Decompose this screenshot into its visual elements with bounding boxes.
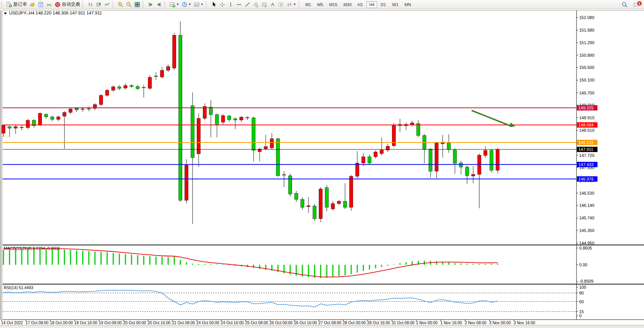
- equidistant-channel-button[interactable]: E: [252, 1, 260, 8]
- time-axis-label[interactable]: 27 Oct 08:00: [318, 320, 341, 325]
- line-chart-button[interactable]: [103, 1, 111, 8]
- toolbar-grip: [1, 2, 3, 8]
- price-tick-label: 150.500: [579, 65, 594, 70]
- metaeditor-button[interactable]: [28, 1, 37, 8]
- bar-chart-button[interactable]: [86, 1, 95, 8]
- time-axis-label[interactable]: 28 Oct 00:00: [343, 320, 366, 325]
- candle-body: [270, 139, 274, 148]
- time-axis-label[interactable]: 18 Oct 00:00: [50, 320, 73, 325]
- time-axis-label[interactable]: 20 Oct 00:00: [123, 320, 146, 325]
- candle-body: [228, 116, 231, 120]
- time-axis-label[interactable]: 1 Nov 00:00: [416, 320, 438, 325]
- time-axis-label[interactable]: 28 Oct 16:00: [367, 320, 390, 325]
- time-axis-label[interactable]: 19 Oct 08:00: [99, 320, 122, 325]
- timeframe-button-M1[interactable]: M1: [303, 1, 314, 8]
- templates-button[interactable]: ▼: [193, 1, 205, 8]
- crosshair-button[interactable]: [218, 1, 226, 8]
- periods-button[interactable]: ▼: [180, 1, 193, 8]
- time-axis-label[interactable]: 24 Oct 00:00: [196, 320, 219, 325]
- new-chart-button[interactable]: ▼: [168, 1, 180, 8]
- time-axis-label[interactable]: 3 Nov 00:00: [489, 320, 511, 325]
- toolbar-grip: [206, 2, 208, 8]
- candle-body: [161, 70, 164, 77]
- time-axis-label[interactable]: 24 Oct 16:00: [221, 320, 244, 325]
- symbol-dropdown-icon[interactable]: [4, 13, 7, 14]
- time-axis-label[interactable]: 25 Oct 08:00: [245, 320, 268, 325]
- svg-text:T: T: [280, 3, 282, 6]
- timeframe-button-MN[interactable]: MN: [402, 1, 414, 8]
- candle-body: [447, 143, 451, 149]
- chevron-down-icon[interactable]: ▼: [201, 3, 204, 6]
- macd-tick-label: 0.00: [579, 262, 587, 267]
- text-label-button[interactable]: T: [277, 1, 285, 8]
- cursor-icon: [213, 2, 216, 7]
- rsi-tick-label: 50: [579, 299, 584, 304]
- trend-arrow[interactable]: [472, 110, 512, 126]
- timeframe-button-H4[interactable]: H4: [366, 1, 377, 8]
- zoom-out-icon: [127, 2, 131, 7]
- candle-body: [283, 175, 286, 175]
- price-tick-label: 147.720: [579, 153, 594, 158]
- zoom-out-button[interactable]: [125, 1, 133, 8]
- horizontal-line-button[interactable]: [235, 1, 243, 8]
- templates-icon: [194, 3, 199, 6]
- zoom-in-button[interactable]: [116, 1, 125, 8]
- candle-body: [100, 95, 103, 104]
- timeframe-button-M5[interactable]: M5: [315, 1, 326, 8]
- candle-body: [411, 123, 414, 125]
- price-level-badge-label: 148.131: [578, 140, 594, 145]
- autotrading-button[interactable]: 自动交易: [53, 1, 81, 8]
- arrows-icon: [287, 3, 291, 6]
- text-button[interactable]: A: [268, 1, 277, 8]
- candle-body: [136, 86, 140, 89]
- toolbar-grip: [82, 2, 85, 8]
- price-tick-label: 145.350: [579, 228, 594, 233]
- candle-body: [325, 188, 329, 207]
- candle-body: [429, 149, 432, 171]
- new-order-button[interactable]: 新订单: [5, 1, 28, 8]
- chevron-down-icon[interactable]: ▼: [188, 3, 191, 6]
- time-axis-label[interactable]: 1 Nov 16:00: [440, 320, 462, 325]
- time-axis-label[interactable]: 20 Oct 16:00: [148, 320, 170, 325]
- timeframe-button-W1[interactable]: W1: [389, 1, 401, 8]
- toolbar-grip: [299, 2, 301, 8]
- notifications-button[interactable]: 1: [632, 1, 640, 8]
- chevron-down-icon[interactable]: ▼: [176, 3, 179, 6]
- time-axis-label[interactable]: 3 Nov 16:00: [514, 320, 535, 325]
- time-axis-label[interactable]: 26 Oct 00:00: [270, 320, 292, 325]
- time-axis-label[interactable]: 21 Oct 08:00: [172, 320, 195, 325]
- timeframe-button-H1[interactable]: H1: [355, 1, 366, 8]
- time-axis-label[interactable]: 2 Nov 08:00: [465, 320, 487, 325]
- candle-body: [191, 106, 194, 158]
- chevron-down-icon[interactable]: ▼: [293, 3, 296, 6]
- time-axis-label[interactable]: 26 Oct 16:00: [294, 320, 317, 325]
- time-axis-label[interactable]: 18 Oct 16:00: [74, 320, 97, 325]
- fibonacci-button[interactable]: F: [260, 1, 268, 8]
- time-axis-label[interactable]: 14 Oct 2022: [1, 320, 23, 325]
- price-chart-canvas[interactable]: 152.080151.680151.290150.890150.500150.1…: [0, 9, 644, 325]
- vertical-line-button[interactable]: [226, 1, 235, 8]
- candle-body: [51, 117, 54, 120]
- price-tick-label: 148.910: [579, 115, 594, 120]
- time-axis-label[interactable]: 31 Oct 08:00: [392, 320, 414, 325]
- timeframe-button-M30[interactable]: M30: [341, 1, 354, 8]
- timeframe-button-M15[interactable]: M15: [326, 1, 340, 8]
- chart-shift-button[interactable]: [155, 1, 163, 8]
- chart-window[interactable]: 152.080151.680151.290150.890150.500150.1…: [0, 9, 644, 325]
- search-button[interactable]: [620, 1, 629, 8]
- arrows-button[interactable]: ▼: [285, 1, 297, 8]
- candle-body: [295, 194, 298, 200]
- auto-scroll-button[interactable]: [146, 1, 155, 8]
- data-window-button[interactable]: [37, 1, 45, 8]
- tile-windows-button[interactable]: [133, 1, 141, 8]
- cursor-button[interactable]: [210, 1, 218, 8]
- time-axis-label[interactable]: 17 Oct 08:00: [26, 320, 48, 325]
- candle-body: [289, 176, 292, 194]
- candle-body: [356, 163, 359, 176]
- signals-button[interactable]: [45, 1, 53, 8]
- candlestick-chart-button[interactable]: [95, 1, 103, 8]
- trendline-button[interactable]: [243, 1, 252, 8]
- price-tick-label: 152.080: [579, 15, 594, 20]
- timeframe-button-D1[interactable]: D1: [378, 1, 389, 8]
- candle-body: [63, 112, 66, 116]
